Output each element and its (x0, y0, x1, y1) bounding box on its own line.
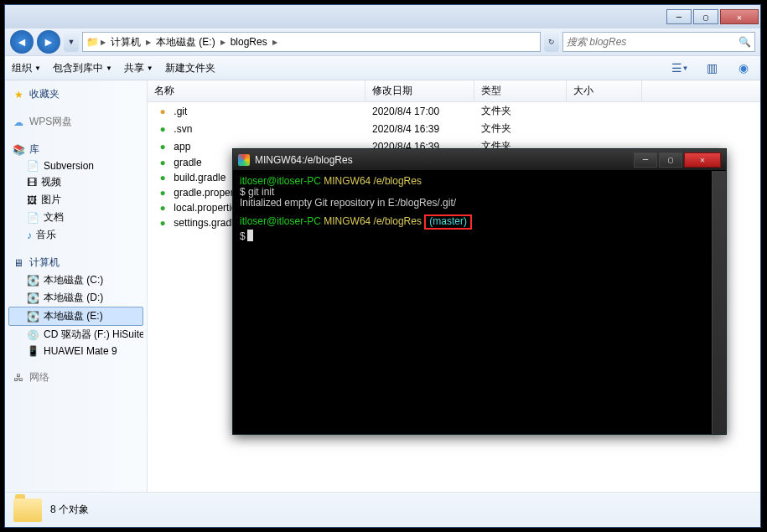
search-box[interactable]: 🔍 (562, 32, 755, 52)
minimize-button[interactable]: ─ (666, 9, 692, 24)
folder-icon: 📁 (86, 36, 99, 48)
drive-icon: 💽 (27, 292, 39, 304)
file-icon: ● (154, 187, 171, 199)
search-icon: 🔍 (738, 36, 751, 48)
sidebar-drive-e[interactable]: 💽本地磁盘 (E:) (8, 307, 143, 326)
column-type[interactable]: 类型 (474, 80, 567, 101)
terminal-minimize-button[interactable]: ─ (634, 152, 657, 168)
back-button[interactable]: ◄ (10, 30, 34, 54)
sidebar-favorites[interactable]: ★收藏夹 (8, 85, 143, 103)
sidebar-libraries[interactable]: 📚库 (8, 141, 143, 158)
doc-icon: 📄 (27, 212, 39, 224)
history-dropdown[interactable]: ▼ (64, 32, 79, 52)
status-bar: 8 个对象 (5, 492, 760, 527)
music-icon: ♪ (27, 230, 32, 241)
mingw-icon (238, 154, 250, 166)
video-icon: 🎞 (27, 177, 37, 189)
sidebar-item-subversion[interactable]: 📄Subversion (8, 158, 143, 173)
breadcrumb-segment[interactable]: 计算机 (107, 34, 144, 51)
file-icon: ● (154, 217, 171, 229)
chevron-right-icon[interactable] (272, 38, 277, 46)
network-icon: 🖧 (12, 372, 25, 384)
star-icon: ★ (12, 89, 25, 101)
terminal-body[interactable]: itloser@itloser-PC MINGW64 /e/blogRes $ … (233, 171, 726, 434)
terminal-title: MINGW64:/e/blogRes (255, 154, 353, 166)
cloud-icon: ☁ (12, 116, 25, 128)
toolbar: 组织 ▼ 包含到库中 ▼ 共享 ▼ 新建文件夹 ☰ ▼ ▥ ◉ (5, 55, 760, 80)
sidebar-item-documents[interactable]: 📄文档 (8, 209, 143, 226)
forward-button[interactable]: ► (37, 30, 60, 54)
address-bar: ◄ ► ▼ 📁 计算机 本地磁盘 (E:) blogRes ↻ 🔍 (5, 28, 760, 55)
file-icon: ● (154, 172, 171, 183)
cursor-icon (247, 230, 253, 241)
column-size[interactable]: 大小 (567, 80, 642, 101)
image-icon: 🖼 (27, 194, 37, 206)
folder-icon: ● (154, 141, 171, 152)
terminal-titlebar[interactable]: MINGW64:/e/blogRes ─ ▢ ✕ (233, 149, 726, 171)
doc-icon: 📄 (27, 160, 39, 172)
breadcrumb-segment[interactable]: 本地磁盘 (E:) (153, 34, 219, 51)
chevron-right-icon[interactable] (220, 38, 225, 46)
cd-icon: 💿 (27, 329, 39, 341)
column-date[interactable]: 修改日期 (365, 80, 474, 101)
terminal-window: MINGW64:/e/blogRes ─ ▢ ✕ itloser@itloser… (232, 148, 727, 435)
status-text: 8 个对象 (50, 503, 89, 517)
close-button[interactable]: ✕ (720, 9, 759, 24)
terminal-line: $ (240, 230, 719, 242)
folder-icon: ● (154, 157, 171, 168)
terminal-line: Initialized empty Git repository in E:/b… (240, 198, 719, 209)
sidebar-drive-cd[interactable]: 💿CD 驱动器 (F:) HiSuite (8, 326, 143, 343)
chevron-right-icon[interactable] (101, 38, 106, 46)
folder-icon (13, 498, 42, 522)
sidebar-wps[interactable]: ☁WPS网盘 (8, 113, 143, 131)
sidebar: ★收藏夹 ☁WPS网盘 📚库 📄Subversion 🎞视频 🖼图片 📄文档 ♪… (5, 80, 148, 492)
terminal-close-button[interactable]: ✕ (684, 152, 721, 168)
sidebar-item-videos[interactable]: 🎞视频 (8, 173, 143, 191)
view-options-button[interactable]: ☰ ▼ (670, 58, 690, 78)
sidebar-item-pictures[interactable]: 🖼图片 (8, 191, 143, 209)
column-headers: 名称 修改日期 类型 大小 (148, 80, 760, 102)
include-in-library-button[interactable]: 包含到库中 ▼ (53, 61, 112, 75)
organize-button[interactable]: 组织 ▼ (12, 61, 41, 75)
drive-icon: 💽 (27, 311, 39, 323)
sidebar-drive-c[interactable]: 💽本地磁盘 (C:) (8, 271, 143, 289)
new-folder-button[interactable]: 新建文件夹 (165, 61, 215, 75)
folder-hidden-icon: ● (154, 106, 171, 117)
folder-icon: ● (154, 123, 171, 135)
list-item[interactable]: ● .git 2020/8/4 17:00 文件夹 (148, 102, 760, 120)
breadcrumb[interactable]: 📁 计算机 本地磁盘 (E:) blogRes (82, 32, 541, 52)
drive-icon: 💽 (27, 275, 39, 287)
terminal-line: itloser@itloser-PC MINGW64 /e/blogRes (240, 176, 719, 187)
help-button[interactable]: ◉ (733, 58, 754, 78)
library-icon: 📚 (12, 144, 25, 156)
sidebar-network[interactable]: 🖧网络 (8, 369, 143, 386)
sidebar-device-phone[interactable]: 📱HUAWEI Mate 9 (8, 343, 143, 359)
list-item[interactable]: ● .svn 2020/8/4 16:39 文件夹 (148, 120, 760, 137)
preview-pane-button[interactable]: ▥ (702, 58, 722, 78)
breadcrumb-segment[interactable]: blogRes (227, 34, 271, 49)
sidebar-item-music[interactable]: ♪音乐 (8, 226, 143, 244)
share-button[interactable]: 共享 ▼ (124, 61, 153, 75)
sidebar-computer[interactable]: 🖥计算机 (8, 254, 143, 271)
branch-highlight: (master) (424, 214, 472, 230)
sidebar-drive-d[interactable]: 💽本地磁盘 (D:) (8, 289, 143, 307)
search-input[interactable] (567, 36, 738, 48)
file-icon: ● (154, 202, 171, 214)
maximize-button[interactable]: ▢ (693, 9, 718, 24)
phone-icon: 📱 (27, 345, 39, 357)
column-name[interactable]: 名称 (148, 80, 365, 101)
refresh-button[interactable]: ↻ (544, 32, 559, 52)
chevron-right-icon[interactable] (146, 38, 151, 46)
terminal-line: itloser@itloser-PC MINGW64 /e/blogRes (m… (240, 214, 719, 230)
computer-icon: 🖥 (12, 257, 25, 269)
explorer-titlebar[interactable]: ─ ▢ ✕ (5, 5, 760, 28)
terminal-maximize-button[interactable]: ▢ (659, 152, 682, 168)
